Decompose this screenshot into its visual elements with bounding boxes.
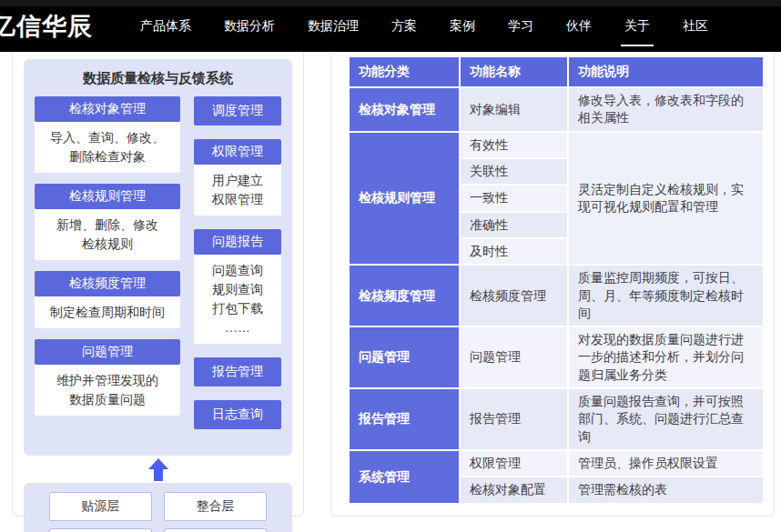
- feature-name-cell: 关联性: [461, 159, 567, 184]
- nav-item-0[interactable]: 产品体系: [140, 15, 191, 38]
- feature-desc-cell: 修改导入表，修改表和字段的相关属性: [569, 88, 763, 131]
- feature-name-cell: 一致性: [461, 186, 567, 210]
- diagram-right-column: 调度管理权限管理用户建立 权限管理问题报告问题查询 规则查询 打包下载 ……报告…: [194, 96, 281, 443]
- table-row: 报告管理报告管理质量问题报告查询，并可按照部门、系统、问题进行汇总查询: [350, 389, 763, 449]
- feature-desc-cell: 质量监控周期频度，可按日、周、月、年等频度制定检核时间: [569, 266, 763, 326]
- feature-desc-cell: 管理员、操作员权限设置: [569, 451, 763, 476]
- module-header: 日志查询: [194, 400, 281, 429]
- up-arrow-icon: [148, 458, 168, 481]
- diagram-module: 日志查询: [194, 400, 281, 429]
- diagram-left-column: 检核对象管理导入、查询、修改、 删除检查对象检核规则管理新增、删除、修改 检核规…: [35, 96, 180, 443]
- nav-menu: 产品体系数据分析数据治理方案案例学习伙伴关于社区: [140, 15, 708, 38]
- feature-name-cell: 报告管理: [461, 389, 567, 449]
- nav-item-5[interactable]: 学习: [508, 15, 533, 38]
- module-header: 检核对象管理: [35, 96, 180, 122]
- diagram-module: 问题报告问题查询 规则查询 打包下载 ……: [194, 229, 281, 344]
- feature-name-cell: 准确性: [461, 213, 567, 237]
- nav-item-4[interactable]: 案例: [450, 15, 475, 38]
- diagram-module: 报告管理: [194, 357, 281, 386]
- module-header: 报告管理: [194, 357, 281, 386]
- module-body: 问题查询 规则查询 打包下载 ……: [194, 255, 281, 344]
- nav-item-3[interactable]: 方案: [391, 15, 417, 38]
- module-body: 用户建立 权限管理: [194, 165, 281, 216]
- feature-table-body: 检核对象管理对象编辑修改导入表，修改表和字段的相关属性检核规则管理有效性灵活定制…: [350, 88, 763, 503]
- data-layers-panel: 贴源层整合层汇总层集市层: [24, 483, 292, 532]
- layer-box: 整合层: [164, 492, 267, 521]
- column-header: 功能名称: [461, 57, 567, 86]
- table-row: 检核规则管理有效性灵活定制自定义检核规则，实现可视化规则配置和管理: [350, 133, 763, 157]
- top-nav: 亿信华辰 产品体系数据分析数据治理方案案例学习伙伴关于社区: [0, 0, 781, 52]
- diagram-module: 检核频度管理制定检查周期和时间: [35, 271, 180, 328]
- feature-name-cell: 及时性: [461, 239, 567, 264]
- module-header: 问题报告: [194, 229, 281, 255]
- feature-name-cell: 有效性: [461, 133, 567, 157]
- feature-name-cell: 检核频度管理: [461, 266, 567, 326]
- feature-desc-cell: 质量问题报告查询，并可按照部门、系统、问题进行汇总查询: [569, 389, 763, 449]
- feature-desc-cell: 管理需检核的表: [569, 477, 763, 502]
- layer-box: 集市层: [164, 528, 267, 532]
- module-header: 检核频度管理: [35, 271, 180, 296]
- nav-item-8[interactable]: 社区: [683, 15, 708, 38]
- feature-name-cell: 对象编辑: [461, 88, 567, 131]
- nav-item-7[interactable]: 关于: [624, 15, 650, 38]
- page-content: 数据质量检核与反馈系统 检核对象管理导入、查询、修改、 删除检查对象检核规则管理…: [0, 52, 781, 517]
- column-header: 功能说明: [569, 57, 763, 86]
- diagram-module: 检核规则管理新增、删除、修改 检核规则: [35, 184, 180, 260]
- nav-item-1[interactable]: 数据分析: [224, 15, 275, 38]
- feature-table-card: 功能分类功能名称功能说明 检核对象管理对象编辑修改导入表，修改表和字段的相关属性…: [330, 52, 775, 517]
- nav-item-2[interactable]: 数据治理: [308, 15, 359, 38]
- diagram-module: 权限管理用户建立 权限管理: [194, 139, 281, 216]
- table-row: 检核频度管理检核频度管理质量监控周期频度，可按日、周、月、年等频度制定检核时间: [350, 266, 763, 326]
- system-diagram-card: 数据质量检核与反馈系统 检核对象管理导入、查询、修改、 删除检查对象检核规则管理…: [12, 52, 304, 517]
- category-cell: 系统管理: [350, 451, 459, 503]
- module-body: 制定检查周期和时间: [35, 296, 180, 328]
- module-body: 维护并管理发现的 数据质量问题: [35, 365, 180, 416]
- diagram-module: 调度管理: [194, 96, 281, 125]
- feature-desc-cell: 对发现的数据质量问题进行进一步的描述和分析，并划分问题归属业务分类: [569, 327, 763, 387]
- table-row: 问题管理问题管理对发现的数据质量问题进行进一步的描述和分析，并划分问题归属业务分…: [350, 327, 763, 387]
- feature-desc-cell: 灵活定制自定义检核规则，实现可视化规则配置和管理: [569, 133, 763, 265]
- module-header: 权限管理: [194, 139, 281, 165]
- diagram-title: 数据质量检核与反馈系统: [35, 70, 281, 87]
- module-header: 检核规则管理: [35, 184, 180, 209]
- module-header: 问题管理: [35, 339, 180, 365]
- diagram-module: 检核对象管理导入、查询、修改、 删除检查对象: [35, 96, 180, 173]
- nav-item-6[interactable]: 伙伴: [566, 15, 592, 38]
- feature-table: 功能分类功能名称功能说明 检核对象管理对象编辑修改导入表，修改表和字段的相关属性…: [348, 55, 765, 505]
- category-cell: 检核频度管理: [350, 266, 459, 326]
- diagram-module: 问题管理维护并管理发现的 数据质量问题: [35, 339, 180, 416]
- category-cell: 报告管理: [350, 389, 459, 449]
- brand-logo[interactable]: 亿信华辰: [0, 10, 93, 43]
- module-header: 调度管理: [194, 96, 281, 125]
- feature-name-cell: 权限管理: [461, 451, 567, 476]
- module-body: 导入、查询、修改、 删除检查对象: [35, 122, 180, 173]
- category-cell: 检核对象管理: [350, 88, 459, 131]
- category-cell: 检核规则管理: [350, 133, 459, 265]
- feature-name-cell: 检核对象配置: [461, 477, 567, 502]
- layer-box: 贴源层: [49, 492, 152, 521]
- feature-name-cell: 问题管理: [461, 327, 567, 387]
- table-row: 系统管理权限管理管理员、操作员权限设置: [350, 451, 763, 476]
- module-body: 新增、删除、修改 检核规则: [35, 209, 180, 260]
- table-header-row: 功能分类功能名称功能说明: [350, 57, 763, 86]
- layer-box: 汇总层: [49, 528, 152, 532]
- column-header: 功能分类: [350, 57, 459, 86]
- category-cell: 问题管理: [350, 327, 459, 387]
- diagram-panel: 数据质量检核与反馈系统 检核对象管理导入、查询、修改、 删除检查对象检核规则管理…: [24, 59, 292, 456]
- table-row: 检核对象管理对象编辑修改导入表，修改表和字段的相关属性: [350, 88, 763, 131]
